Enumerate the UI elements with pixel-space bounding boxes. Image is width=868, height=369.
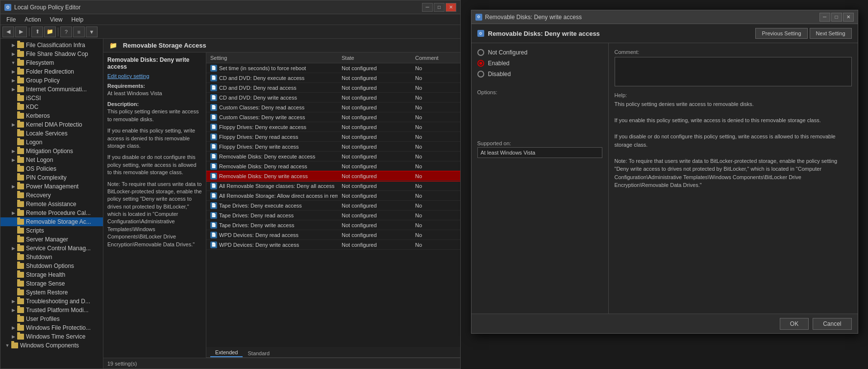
next-setting-button[interactable]: Next Setting <box>810 28 852 39</box>
sidebar-item-storage-sense[interactable]: Storage Sense <box>0 279 103 288</box>
comment-textarea[interactable] <box>615 57 852 86</box>
setting-icon: 📄 <box>210 124 217 131</box>
up-button[interactable]: ⬆ <box>31 26 43 37</box>
radio-label-disabled: Disabled <box>488 71 511 78</box>
table-row[interactable]: 📄 Custom Classes: Deny write access Not … <box>206 112 460 122</box>
sidebar-item-logon[interactable]: Logon <box>0 138 103 147</box>
table-row[interactable]: 📄 WPD Devices: Deny write access Not con… <box>206 240 460 250</box>
sidebar-item-rpc[interactable]: ▶ Remote Procedure Cal... <box>0 209 103 217</box>
sidebar-item-scripts[interactable]: Scripts <box>0 226 103 235</box>
sidebar-item-system-restore[interactable]: System Restore <box>0 288 103 297</box>
table-row[interactable]: 📄 Floppy Drives: Deny write access Not c… <box>206 142 460 152</box>
sidebar-item-server-manager[interactable]: Server Manager <box>0 235 103 244</box>
description-text: This policy setting denies write access … <box>107 108 202 123</box>
sidebar-item-user-profiles[interactable]: User Profiles <box>0 315 103 323</box>
sidebar-item-troubleshooting[interactable]: ▶ Troubleshooting and D... <box>0 297 103 306</box>
sidebar-item-file-classification[interactable]: ▶ File Classification Infra <box>0 41 103 50</box>
list-button[interactable]: ≡ <box>73 26 85 37</box>
sidebar-item-windows-time-service[interactable]: ▶ Windows Time Service <box>0 332 103 341</box>
sidebar-item-kerberos[interactable]: Kerberos <box>0 111 103 120</box>
table-row[interactable]: 📄 Removable Disks: Deny write access Not… <box>206 171 460 181</box>
radio-disabled[interactable]: Disabled <box>477 71 602 78</box>
table-row[interactable]: 📄 Removable Disks: Deny read access Not … <box>206 161 460 171</box>
row-state: Not configured <box>338 134 411 140</box>
table-row[interactable]: 📄 All Removable Storage classes: Deny al… <box>206 181 460 191</box>
sidebar-item-internet[interactable]: ▶ Internet Communicati... <box>0 85 103 94</box>
dialog-maximize-button[interactable]: □ <box>831 13 842 22</box>
table-row[interactable]: 📄 Removable Disks: Deny execute access N… <box>206 152 460 161</box>
sidebar-item-kdc[interactable]: KDC <box>0 103 103 111</box>
table-row[interactable]: 📄 CD and DVD: Deny execute access Not co… <box>206 73 460 83</box>
sidebar-item-netlogon[interactable]: ▶ Net Logon <box>0 156 103 164</box>
sidebar-item-locale[interactable]: Locale Services <box>0 129 103 138</box>
row-setting: 📄 Floppy Drives: Deny write access <box>206 143 338 150</box>
table-row[interactable]: 📄 WPD Devices: Deny read access Not conf… <box>206 230 460 240</box>
action-menu[interactable]: Action <box>21 15 45 24</box>
row-state: Not configured <box>338 232 411 238</box>
row-setting: 📄 Removable Disks: Deny write access <box>206 173 338 180</box>
sidebar-item-windows-components[interactable]: ▼ Windows Components <box>0 341 103 350</box>
help-button[interactable]: ? <box>60 26 72 37</box>
sidebar-item-folder-redirection[interactable]: ▶ Folder Redirection <box>0 67 103 76</box>
table-row[interactable]: 📄 Tape Drives: Deny write access Not con… <box>206 220 460 230</box>
sidebar-item-power[interactable]: ▶ Power Management <box>0 182 103 191</box>
setting-icon: 📄 <box>210 143 217 150</box>
filter-button[interactable]: ▼ <box>86 26 98 37</box>
close-button[interactable]: ✕ <box>446 3 456 12</box>
maximize-button[interactable]: □ <box>434 3 445 12</box>
dialog-header-title: Removable Disks: Deny write access <box>488 30 600 37</box>
sidebar-item-iscsi[interactable]: iSCSI <box>0 94 103 103</box>
table-row[interactable]: 📄 Custom Classes: Deny read access Not c… <box>206 103 460 112</box>
table-row[interactable]: 📄 Set time (in seconds) to force reboot … <box>206 63 460 73</box>
sidebar-item-filesystem[interactable]: ▼ Filesystem <box>0 58 103 67</box>
table-row[interactable]: 📄 All Removable Storage: Allow direct ac… <box>206 191 460 201</box>
table-row[interactable]: 📄 Floppy Drives: Deny read access Not co… <box>206 132 460 142</box>
dialog-minimize-button[interactable]: ─ <box>819 13 830 22</box>
cancel-button[interactable]: Cancel <box>813 318 851 330</box>
tabs-bar: Extended Standard <box>206 347 460 358</box>
sidebar-item-remote-assistance[interactable]: Remote Assistance <box>0 200 103 209</box>
sidebar-item-windows-file-protection[interactable]: ▶ Windows File Protectio... <box>0 323 103 332</box>
tab-standard[interactable]: Standard <box>243 349 274 357</box>
sidebar-item-recovery[interactable]: Recovery <box>0 191 103 200</box>
sidebar-item-removable-storage[interactable]: Removable Storage Ac... <box>0 217 103 226</box>
setting-icon: 📄 <box>210 94 217 101</box>
radio-enabled[interactable]: Enabled <box>477 60 602 67</box>
ok-button[interactable]: OK <box>780 318 809 330</box>
sidebar-item-shutdown[interactable]: Shutdown <box>0 253 103 262</box>
back-button[interactable]: ◀ <box>2 26 14 37</box>
sidebar-item-shutdown-options[interactable]: Shutdown Options <box>0 262 103 270</box>
folder-icon <box>17 60 24 66</box>
table-row[interactable]: 📄 CD and DVD: Deny read access Not confi… <box>206 83 460 93</box>
table-row[interactable]: 📄 CD and DVD: Deny write access Not conf… <box>206 93 460 103</box>
table-row[interactable]: 📄 Floppy Drives: Deny execute access Not… <box>206 122 460 132</box>
table-row[interactable]: 📄 Tape Drives: Deny execute access Not c… <box>206 201 460 211</box>
setting-icon: 📄 <box>210 222 217 229</box>
folder-button[interactable]: 📁 <box>44 26 56 37</box>
folder-icon <box>17 166 24 172</box>
dialog-close-button[interactable]: ✕ <box>843 13 854 22</box>
sidebar-item-file-share[interactable]: ▶ File Share Shadow Cop <box>0 50 103 58</box>
previous-setting-button[interactable]: Previous Setting <box>755 28 807 39</box>
help-menu[interactable]: Help <box>68 15 88 24</box>
radio-not-configured[interactable]: Not Configured <box>477 49 602 56</box>
row-state: Not configured <box>338 222 411 228</box>
sidebar-item-storage-health[interactable]: Storage Health <box>0 270 103 279</box>
sidebar-item-mitigation[interactable]: ▶ Mitigation Options <box>0 147 103 156</box>
file-menu[interactable]: File <box>2 15 20 24</box>
sidebar-item-kernel-dma[interactable]: ▶ Kernel DMA Protectio <box>0 120 103 129</box>
setting-icon: 📄 <box>210 104 217 111</box>
sidebar-item-service-control[interactable]: ▶ Service Control Manag... <box>0 244 103 253</box>
sidebar-item-group-policy[interactable]: ▶ Group Policy <box>0 76 103 85</box>
expand-icon: ▶ <box>10 42 16 48</box>
edit-policy-link[interactable]: Edit policy setting <box>107 73 202 79</box>
dialog-right-panel: Comment: Help: This policy setting denie… <box>609 43 858 314</box>
minimize-button[interactable]: ─ <box>422 3 433 12</box>
sidebar-item-pin-complexity[interactable]: PIN Complexity <box>0 173 103 182</box>
sidebar-item-os-policies[interactable]: OS Policies <box>0 164 103 173</box>
forward-button[interactable]: ▶ <box>15 26 27 37</box>
view-menu[interactable]: View <box>46 15 67 24</box>
table-row[interactable]: 📄 Tape Drives: Deny read access Not conf… <box>206 211 460 220</box>
sidebar-item-trusted-platform[interactable]: ▶ Trusted Platform Modi... <box>0 306 103 315</box>
tab-extended[interactable]: Extended <box>210 348 243 357</box>
